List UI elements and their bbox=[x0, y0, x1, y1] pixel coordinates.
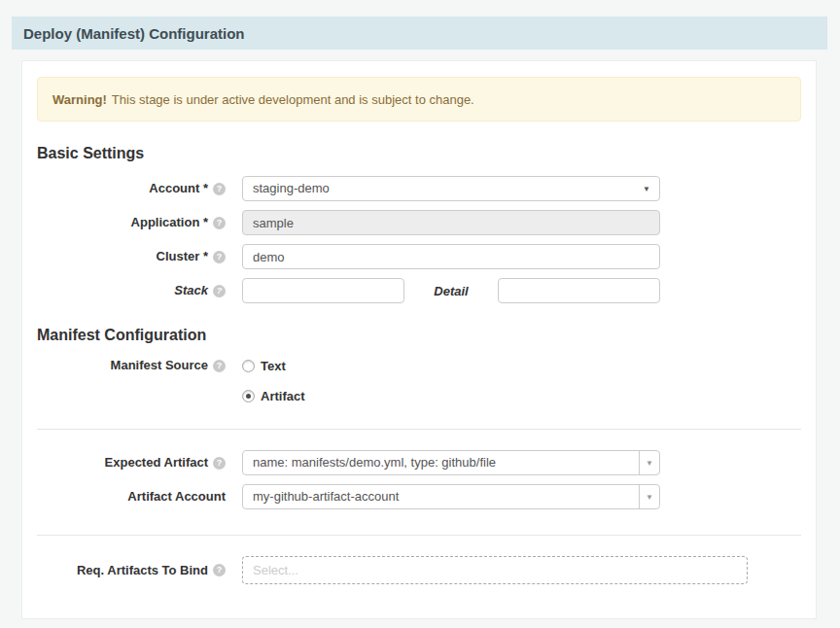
required-artifacts-placeholder: Select... bbox=[253, 563, 298, 577]
manifest-source-row: Manifest Source ? Text Artifact bbox=[37, 358, 801, 403]
application-label: Application * bbox=[131, 215, 208, 230]
expected-artifact-label: Expected Artifact bbox=[105, 455, 208, 471]
manifest-source-option-artifact[interactable]: Artifact bbox=[242, 389, 660, 403]
required-artifacts-label: Req. Artifacts To Bind bbox=[77, 563, 208, 578]
warning-label: Warning! bbox=[52, 92, 107, 107]
artifact-account-select[interactable]: my-github-artifact-account ▼ bbox=[242, 484, 660, 509]
caret-down-icon: ▼ bbox=[639, 485, 659, 508]
stack-detail-row: Stack ? Detail bbox=[37, 278, 801, 303]
basic-settings-heading: Basic Settings bbox=[37, 144, 801, 162]
application-row: Application * ? bbox=[37, 210, 801, 235]
cluster-label: Cluster * bbox=[157, 249, 208, 264]
application-input bbox=[242, 210, 660, 235]
section-divider bbox=[37, 429, 801, 430]
stage-config-card: Warning! This stage is under active deve… bbox=[21, 60, 817, 619]
help-icon[interactable]: ? bbox=[213, 457, 226, 470]
help-icon[interactable]: ? bbox=[213, 360, 226, 372]
detail-input[interactable] bbox=[498, 278, 660, 303]
detail-label: Detail bbox=[404, 284, 498, 298]
required-artifacts-row: Req. Artifacts To Bind ? Select... bbox=[37, 556, 801, 584]
manifest-configuration-heading: Manifest Configuration bbox=[37, 326, 801, 344]
manifest-source-option-text[interactable]: Text bbox=[242, 359, 660, 373]
stack-input[interactable] bbox=[242, 278, 404, 303]
required-artifacts-select[interactable]: Select... bbox=[242, 556, 748, 584]
stage-header: Deploy (Manifest) Configuration bbox=[12, 17, 827, 50]
page-title: Deploy (Manifest) Configuration bbox=[23, 25, 245, 42]
artifact-account-row: Artifact Account my-github-artifact-acco… bbox=[37, 484, 801, 509]
expected-artifact-row: Expected Artifact ? name: manifests/demo… bbox=[37, 450, 801, 475]
expected-artifact-select-value: name: manifests/demo.yml, type: github/f… bbox=[253, 455, 496, 470]
cluster-row: Cluster * ? bbox=[37, 244, 801, 269]
radio-icon[interactable] bbox=[242, 390, 255, 402]
caret-down-icon: ▼ bbox=[643, 177, 650, 201]
section-divider bbox=[37, 535, 801, 536]
caret-down-icon: ▼ bbox=[639, 451, 659, 474]
help-icon[interactable]: ? bbox=[213, 183, 226, 195]
expected-artifact-select[interactable]: name: manifests/demo.yml, type: github/f… bbox=[242, 450, 660, 475]
help-icon[interactable]: ? bbox=[213, 564, 226, 576]
artifact-account-label: Artifact Account bbox=[127, 489, 226, 505]
account-select[interactable]: staging-demo ▼ bbox=[242, 176, 660, 201]
account-select-value: staging-demo bbox=[253, 181, 330, 195]
account-label: Account * bbox=[149, 181, 208, 196]
warning-alert: Warning! This stage is under active deve… bbox=[37, 77, 801, 122]
account-row: Account * ? staging-demo ▼ bbox=[37, 176, 801, 201]
manifest-source-option-artifact-label: Artifact bbox=[261, 389, 305, 403]
cluster-input[interactable] bbox=[242, 244, 660, 269]
artifact-account-select-value: my-github-artifact-account bbox=[253, 489, 399, 504]
stack-label: Stack bbox=[174, 283, 208, 298]
manifest-source-option-text-label: Text bbox=[261, 359, 286, 373]
warning-text: This stage is under active development a… bbox=[112, 92, 474, 107]
help-icon[interactable]: ? bbox=[213, 251, 226, 263]
manifest-source-label: Manifest Source bbox=[111, 358, 208, 373]
help-icon[interactable]: ? bbox=[213, 285, 226, 297]
help-icon[interactable]: ? bbox=[213, 217, 226, 229]
radio-icon[interactable] bbox=[242, 360, 255, 372]
